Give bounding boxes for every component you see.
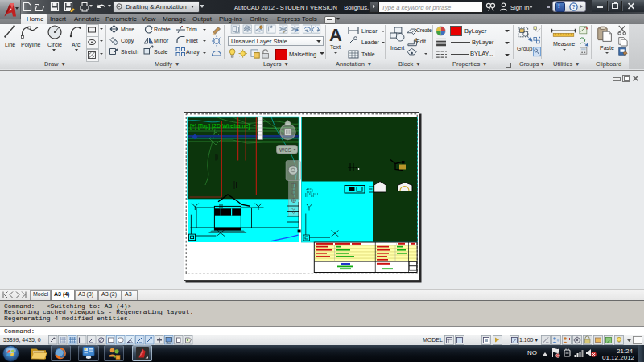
- svg-text:[+] [Top] [2D Wireframe]: [+] [Top] [2D Wireframe]: [190, 122, 250, 129]
- svg-text:?: ?: [572, 4, 575, 10]
- svg-text:WCS: WCS: [279, 146, 292, 152]
